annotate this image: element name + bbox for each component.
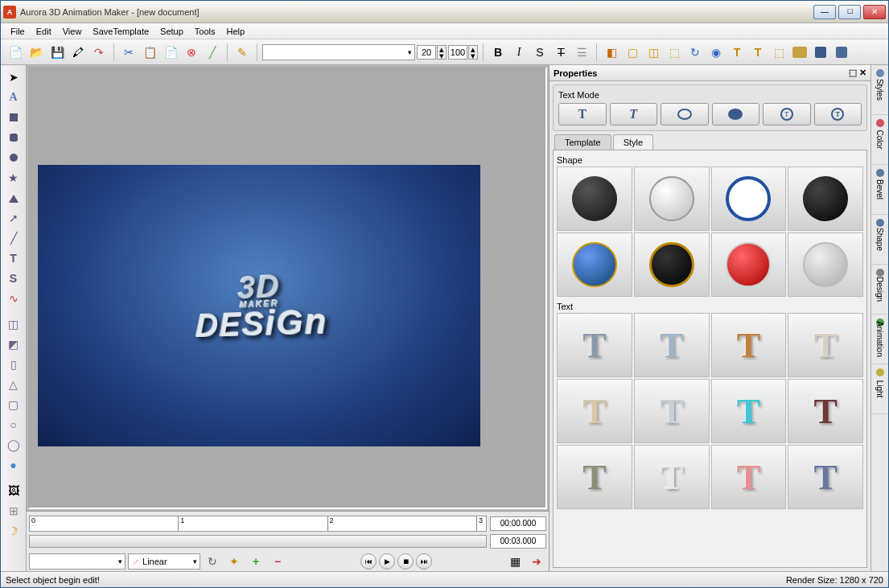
- menu-file[interactable]: File: [5, 25, 31, 38]
- sphere-tool[interactable]: ●: [4, 455, 23, 475]
- cube-tool[interactable]: ◫: [4, 315, 23, 334]
- cylinder-tool[interactable]: ▯: [4, 355, 23, 374]
- righttab-styles[interactable]: Styles: [871, 65, 888, 115]
- menu-view[interactable]: View: [57, 25, 88, 38]
- pin-icon[interactable]: ⬚: [849, 68, 857, 78]
- t3d1-button[interactable]: T: [727, 43, 747, 62]
- textmode-btn-3[interactable]: [661, 103, 709, 125]
- copy-button[interactable]: 📋: [140, 43, 159, 62]
- text-style-11[interactable]: T: [788, 445, 863, 509]
- rect-tool[interactable]: [4, 108, 23, 127]
- menu-tools[interactable]: Tools: [189, 25, 221, 38]
- timeline-track[interactable]: [29, 535, 487, 548]
- 3d-box3-button[interactable]: ◫: [644, 43, 663, 62]
- object-combo[interactable]: [29, 553, 126, 569]
- textmode-btn-6[interactable]: T: [814, 103, 862, 125]
- shape-style-2[interactable]: [711, 167, 787, 231]
- stop-button[interactable]: ⏹: [397, 553, 414, 569]
- star-tool[interactable]: ★: [4, 168, 23, 187]
- save-button[interactable]: 💾: [47, 43, 67, 62]
- tube-tool[interactable]: ○: [4, 415, 23, 434]
- 3d-box2-button[interactable]: ▢: [623, 43, 642, 62]
- cut-button[interactable]: ✂: [119, 43, 138, 62]
- rotate-button[interactable]: ↻: [685, 43, 705, 62]
- tab-style[interactable]: Style: [613, 134, 653, 150]
- image-tool[interactable]: 🖼: [4, 481, 23, 500]
- shape-style-4[interactable]: [557, 232, 632, 297]
- render-button[interactable]: ➜: [527, 552, 546, 571]
- tab-template[interactable]: Template: [554, 134, 611, 150]
- line-tool[interactable]: ╱: [4, 228, 23, 248]
- close-button[interactable]: [863, 5, 886, 19]
- triangle-tool[interactable]: [4, 188, 23, 208]
- text-style-7[interactable]: T: [788, 379, 863, 443]
- shape-style-0[interactable]: [557, 167, 632, 231]
- cube2-tool[interactable]: ◩: [4, 335, 23, 354]
- 3d-box1-button[interactable]: ◧: [602, 43, 621, 62]
- export-button[interactable]: ↷: [89, 43, 109, 62]
- size1-spinner[interactable]: 20▴▾: [417, 45, 447, 60]
- first-button[interactable]: ⏮: [360, 553, 377, 569]
- shape-style-1[interactable]: [634, 167, 710, 231]
- color2-button[interactable]: [832, 43, 851, 62]
- menu-help[interactable]: Help: [221, 25, 251, 38]
- text-style-0[interactable]: T: [557, 313, 632, 377]
- shape-style-3[interactable]: [788, 167, 863, 231]
- globe-button[interactable]: ◉: [706, 43, 726, 62]
- timeline-ruler[interactable]: 0 1 2 3: [29, 516, 487, 532]
- panel-close-icon[interactable]: ✕: [859, 68, 866, 78]
- righttab-light[interactable]: Light: [871, 364, 888, 414]
- righttab-color[interactable]: Color: [871, 115, 888, 165]
- righttab-design[interactable]: Design: [871, 265, 888, 315]
- color1-button[interactable]: [811, 43, 830, 62]
- arrow-tool[interactable]: ➚: [4, 208, 23, 228]
- time-current[interactable]: 00:00.000: [490, 516, 546, 531]
- shape-style-5[interactable]: [634, 232, 710, 297]
- size2-spinner[interactable]: 100▴▾: [448, 45, 478, 60]
- t3d2-button[interactable]: T: [748, 43, 768, 62]
- 3dshape-tool[interactable]: S: [4, 269, 23, 288]
- italic-button[interactable]: I: [509, 43, 529, 62]
- group-tool[interactable]: ⊞: [4, 501, 23, 520]
- menu-savetemplate[interactable]: SaveTemplate: [87, 25, 154, 38]
- text-style-3[interactable]: T: [788, 313, 863, 377]
- paste-button[interactable]: 📄: [161, 43, 180, 62]
- moon-tool[interactable]: ☽: [4, 521, 23, 541]
- circle-tool[interactable]: [4, 148, 23, 167]
- curve-tool[interactable]: ∿: [4, 289, 23, 308]
- shape-style-7[interactable]: [788, 232, 863, 297]
- t3d3-button[interactable]: ⬚: [769, 43, 788, 62]
- saveas-button[interactable]: 🖍: [68, 43, 88, 62]
- righttab-shape[interactable]: Shape: [871, 215, 888, 265]
- textmode-btn-2[interactable]: T: [610, 103, 658, 125]
- open-button[interactable]: 📂: [27, 43, 46, 62]
- loop-button[interactable]: ↻: [203, 552, 222, 571]
- delete-button[interactable]: ⊗: [182, 43, 201, 62]
- text-style-5[interactable]: T: [634, 379, 710, 443]
- new-button[interactable]: 📄: [6, 43, 25, 62]
- cone-tool[interactable]: △: [4, 375, 23, 394]
- menu-setup[interactable]: Setup: [154, 25, 189, 38]
- cylinder2-tool[interactable]: ▢: [4, 395, 23, 414]
- maximize-button[interactable]: [838, 5, 861, 19]
- swatch-button[interactable]: [792, 47, 807, 58]
- play-button[interactable]: ▶: [379, 553, 395, 569]
- settings-button[interactable]: ▦: [505, 552, 525, 571]
- wand-button[interactable]: ✦: [224, 552, 244, 571]
- textmode-btn-4[interactable]: [712, 103, 760, 125]
- 3d-box4-button[interactable]: ⬚: [665, 43, 684, 62]
- font-combo[interactable]: [262, 44, 415, 60]
- minimize-button[interactable]: [813, 5, 836, 19]
- textmode-btn-1[interactable]: T: [558, 103, 607, 125]
- texteffect-button[interactable]: T̶: [551, 43, 570, 62]
- text-style-1[interactable]: T: [634, 313, 710, 377]
- righttab-bevel[interactable]: Bevel: [871, 165, 888, 215]
- text-style-6[interactable]: T: [711, 379, 787, 443]
- text-style-10[interactable]: T: [711, 445, 787, 509]
- menu-edit[interactable]: Edit: [31, 25, 57, 38]
- pointer-tool[interactable]: ➤: [4, 68, 23, 87]
- viewport[interactable]: 3D MAKER DESiGn: [28, 67, 547, 509]
- strike-button[interactable]: S: [530, 43, 549, 62]
- 3dtext-tool[interactable]: T: [4, 249, 23, 268]
- shape-style-6[interactable]: [711, 232, 787, 297]
